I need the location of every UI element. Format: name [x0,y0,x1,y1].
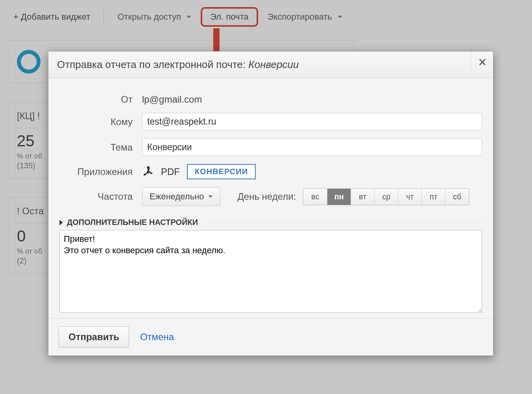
label-attachments: Приложения [59,166,142,177]
advanced-settings-label: ДОПОЛНИТЕЛЬНЫЕ НАСТРОЙКИ [67,218,198,227]
day-option-сб[interactable]: сб [445,189,469,205]
caret-right-icon [59,220,63,225]
modal-body: От lp@gmail.com Кому Тема Приложения PDF… [48,78,493,318]
modal-title-prefix: Отправка отчета по электронной почте: [57,59,248,70]
label-from: От [59,94,142,105]
modal-title-report: Конверсии [248,59,299,70]
close-icon [478,56,487,69]
day-option-ср[interactable]: ср [374,189,398,205]
message-textarea[interactable] [59,230,482,313]
row-frequency: Частота Еженедельно День недели: вспнвтс… [59,187,482,206]
to-input[interactable] [142,113,482,131]
row-subject: Тема [59,138,482,156]
label-to: Кому [59,116,142,127]
pdf-icon [142,165,154,179]
row-attachments: Приложения PDF КОНВЕРСИИ [59,164,482,179]
subject-input[interactable] [142,138,482,156]
day-of-week-group: вспнвтсрчтптсб [303,188,469,205]
modal-header: Отправка отчета по электронной почте: Ко… [48,52,493,78]
cancel-link[interactable]: Отмена [140,331,174,342]
label-day-of-week: День недели: [238,191,296,202]
frequency-select[interactable]: Еженедельно [142,187,220,206]
row-from: От lp@gmail.com [59,94,482,105]
day-option-пн[interactable]: пн [327,189,351,205]
divider [207,222,482,223]
label-frequency: Частота [59,191,142,202]
email-report-modal: Отправка отчета по электронной почте: Ко… [48,51,493,356]
label-subject: Тема [59,142,142,153]
send-button[interactable]: Отправить [59,326,129,348]
day-option-вт[interactable]: вт [351,189,374,205]
attachment-chip[interactable]: КОНВЕРСИИ [187,164,256,179]
value-from: lp@gmail.com [142,94,482,105]
day-option-вс[interactable]: вс [303,189,327,205]
modal-footer: Отправить Отмена [48,318,493,355]
row-to: Кому [59,113,482,131]
close-button[interactable] [471,52,493,74]
frequency-value: Еженедельно [150,191,204,202]
day-option-чт[interactable]: чт [398,189,421,205]
day-option-пт[interactable]: пт [421,189,445,205]
modal-title: Отправка отчета по электронной почте: Ко… [57,59,299,71]
advanced-settings-toggle[interactable]: ДОПОЛНИТЕЛЬНЫЕ НАСТРОЙКИ [59,218,482,227]
attachment-format: PDF [161,166,180,177]
